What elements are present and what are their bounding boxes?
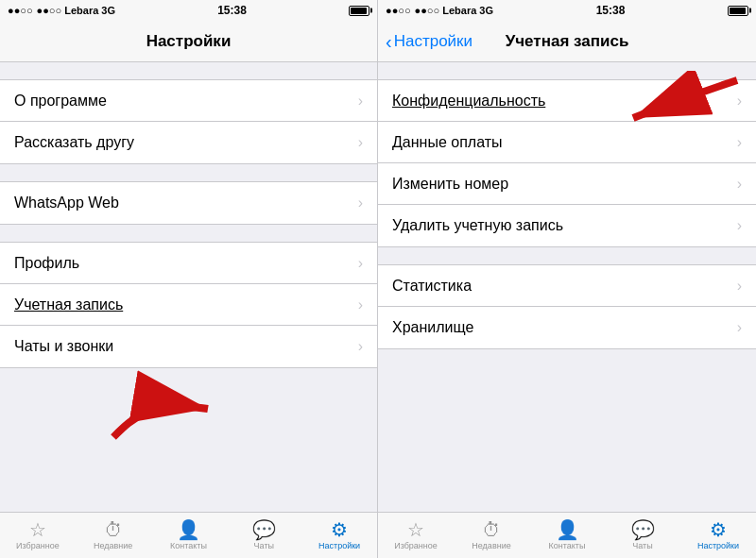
statistics-chevron: ›: [737, 278, 742, 295]
right-nav-title: Учетная запись: [506, 32, 629, 51]
left-content: О программе › Рассказать другу › WhatsAp…: [0, 62, 377, 512]
left-carrier: ●●○○ ●●○○ Lebara 3G: [8, 5, 115, 16]
chats-calls-label: Чаты и звонки: [14, 338, 113, 355]
right-section-gap-2: [378, 247, 756, 264]
left-tab-bar: ☆ Избранное ⏱ Недавние 👤 Контакты 💬 Чаты…: [0, 512, 377, 558]
storage-chevron: ›: [737, 319, 742, 336]
settings-label-left: Настройки: [318, 541, 360, 550]
left-status-bar: ●●○○ ●●○○ Lebara 3G 15:38: [0, 0, 377, 21]
tab-favorites-left[interactable]: ☆ Избранное: [0, 513, 76, 558]
statistics-item[interactable]: Статистика ›: [378, 265, 756, 307]
back-label: Настройки: [394, 32, 472, 51]
favorites-label-right: Избранное: [394, 541, 438, 550]
section-gap-2: [0, 164, 377, 181]
tell-friend-label: Рассказать другу: [14, 134, 134, 151]
tab-contacts-left[interactable]: 👤 Контакты: [151, 513, 227, 558]
privacy-chevron: ›: [737, 93, 742, 110]
back-chevron-icon: ‹: [386, 32, 392, 51]
tab-contacts-right[interactable]: 👤 Контакты: [529, 513, 605, 558]
right-tab-bar: ☆ Избранное ⏱ Недавние 👤 Контакты 💬 Чаты…: [378, 512, 756, 558]
account-chevron: ›: [358, 296, 363, 313]
change-number-label: Изменить номер: [392, 176, 508, 193]
right-nav-bar: ‹ Настройки Учетная запись: [378, 21, 756, 62]
payment-chevron: ›: [737, 134, 742, 151]
payment-item[interactable]: Данные оплаты ›: [378, 122, 756, 163]
settings-label-right: Настройки: [697, 541, 739, 550]
profile-label: Профиль: [14, 255, 79, 272]
left-battery: [349, 6, 369, 16]
carrier-name: ●●○○ Lebara 3G: [37, 5, 115, 16]
about-chevron: ›: [358, 93, 363, 110]
right-section-gap-1: [378, 62, 756, 79]
signal-indicator: ●●○○: [8, 5, 33, 16]
contacts-label-right: Контакты: [549, 541, 586, 550]
right-signal-indicator: ●●○○: [386, 5, 411, 16]
chats-icon-left: 💬: [252, 520, 276, 539]
tab-settings-left[interactable]: ⚙ Настройки: [301, 513, 377, 558]
tell-friend-chevron: ›: [358, 134, 363, 151]
left-panel: ●●○○ ●●○○ Lebara 3G 15:38 Настройки О пр…: [0, 0, 378, 558]
contacts-label-left: Контакты: [170, 541, 207, 550]
change-number-chevron: ›: [737, 176, 742, 193]
storage-item[interactable]: Хранилище ›: [378, 307, 756, 348]
right-content: Конфиденциальность › Данные оплаты › Изм…: [378, 62, 756, 512]
right-battery-icon: [728, 6, 748, 16]
about-item[interactable]: О программе ›: [0, 80, 377, 122]
privacy-label: Конфиденциальность: [392, 93, 545, 110]
statistics-label: Статистика: [392, 278, 472, 295]
left-nav-title: Настройки: [146, 32, 232, 51]
left-section-3: Профиль › Учетная запись › Чаты и звонки…: [0, 242, 377, 368]
recent-icon-right: ⏱: [482, 520, 501, 539]
delete-account-item[interactable]: Удалить учетную запись ›: [378, 205, 756, 246]
battery-icon: [349, 6, 369, 16]
favorites-label-left: Избранное: [16, 541, 60, 550]
delete-account-chevron: ›: [737, 217, 742, 234]
tab-recent-right[interactable]: ⏱ Недавние: [454, 513, 529, 558]
settings-icon-right: ⚙: [710, 520, 727, 539]
whatsapp-web-chevron: ›: [358, 194, 363, 211]
change-number-item[interactable]: Изменить номер ›: [378, 163, 756, 205]
tab-chats-left[interactable]: 💬 Чаты: [226, 513, 301, 558]
chats-icon-right: 💬: [631, 520, 655, 539]
left-section-2: WhatsApp Web ›: [0, 181, 377, 225]
storage-label: Хранилище: [392, 319, 473, 336]
right-panel: ●●○○ ●●○○ Lebara 3G 15:38 ‹ Настройки Уч…: [378, 0, 756, 558]
settings-icon-left: ⚙: [331, 520, 348, 539]
favorites-icon-left: ☆: [29, 520, 46, 539]
recent-label-right: Недавние: [472, 541, 510, 550]
recent-icon-left: ⏱: [104, 520, 123, 539]
right-carrier: ●●○○ ●●○○ Lebara 3G: [386, 5, 493, 16]
profile-item[interactable]: Профиль ›: [0, 243, 377, 284]
right-nav-back[interactable]: ‹ Настройки: [386, 32, 472, 51]
right-time: 15:38: [596, 4, 626, 17]
account-item[interactable]: Учетная запись ›: [0, 284, 377, 326]
right-section-1: Конфиденциальность › Данные оплаты › Изм…: [378, 79, 756, 247]
contacts-icon-left: 👤: [177, 520, 200, 539]
profile-chevron: ›: [358, 255, 363, 272]
tab-settings-right[interactable]: ⚙ Настройки: [680, 513, 756, 558]
chats-label-right: Чаты: [632, 541, 652, 550]
delete-account-label: Удалить учетную запись: [392, 217, 563, 234]
tell-friend-item[interactable]: Рассказать другу ›: [0, 122, 377, 163]
tab-recent-left[interactable]: ⏱ Недавние: [76, 513, 151, 558]
chats-calls-chevron: ›: [358, 338, 363, 355]
right-section-2: Статистика › Хранилище ›: [378, 264, 756, 349]
left-section-1: О программе › Рассказать другу ›: [0, 79, 377, 164]
right-carrier-name: ●●○○ Lebara 3G: [415, 5, 493, 16]
tab-favorites-right[interactable]: ☆ Избранное: [378, 513, 454, 558]
left-time: 15:38: [217, 4, 247, 17]
whatsapp-web-label: WhatsApp Web: [14, 194, 119, 211]
section-gap-1: [0, 62, 377, 79]
chats-label-left: Чаты: [254, 541, 274, 550]
chats-calls-item[interactable]: Чаты и звонки ›: [0, 326, 377, 367]
payment-label: Данные оплаты: [392, 134, 503, 151]
right-status-bar: ●●○○ ●●○○ Lebara 3G 15:38: [378, 0, 756, 21]
account-label: Учетная запись: [14, 296, 123, 313]
contacts-icon-right: 👤: [556, 520, 579, 539]
tab-chats-right[interactable]: 💬 Чаты: [605, 513, 680, 558]
right-battery: [728, 6, 748, 16]
privacy-item[interactable]: Конфиденциальность ›: [378, 80, 756, 122]
section-gap-3: [0, 225, 377, 242]
recent-label-left: Недавние: [94, 541, 132, 550]
whatsapp-web-item[interactable]: WhatsApp Web ›: [0, 182, 377, 224]
